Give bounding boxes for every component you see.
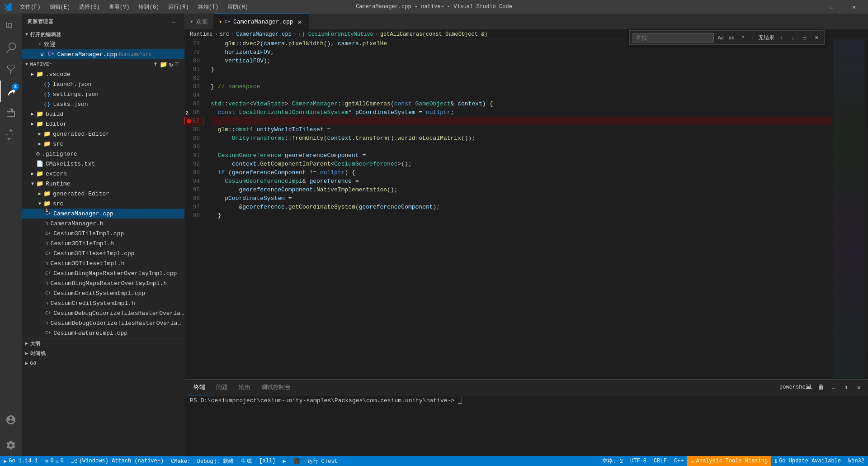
camera-tab-close[interactable]: ✕: [296, 18, 303, 25]
activity-source-control[interactable]: [0, 59, 22, 81]
settings-json[interactable]: {} settings.json: [22, 89, 184, 99]
activity-account[interactable]: [0, 409, 22, 431]
menu-selection[interactable]: 选择(S): [75, 2, 104, 12]
gitignore-file[interactable]: ⚙ .gitignore: [22, 149, 184, 159]
status-line-ending[interactable]: CRLF: [650, 456, 670, 466]
status-git-branch[interactable]: ⎇ (Windows) Attach (native~): [67, 456, 167, 466]
find-widget[interactable]: Aa ab .* › 无结果 ↑ ↓ ☰ ✕: [629, 30, 825, 45]
activity-testing[interactable]: [0, 124, 22, 146]
status-all[interactable]: [all]: [255, 456, 279, 466]
terminal-tab-problems[interactable]: 问题: [211, 380, 233, 395]
camera-manager-close-icon[interactable]: ✕: [38, 50, 46, 58]
close-button[interactable]: ✕: [844, 0, 864, 14]
camera-manager-cpp-file[interactable]: C+ CameraManager.cpp: [22, 209, 184, 219]
terminal-actions[interactable]: powershell ⊞ 🗑 … ⬆ ✕: [790, 382, 864, 393]
vscode-folder[interactable]: ▶ 📁 .vscode: [22, 69, 184, 79]
code-content[interactable]: glm::dvec2(camera.pixelWidth(), camera.p…: [207, 39, 832, 379]
terminal-tab-terminal[interactable]: 终端: [188, 380, 211, 395]
status-run-ctest[interactable]: 运行 CTest: [304, 456, 341, 466]
cesium-debug-h[interactable]: h CesiumDebugColorizeTilesRasterOverlayI…: [22, 318, 184, 328]
sidebar-header-actions[interactable]: …: [169, 17, 179, 27]
breadcrumb-file[interactable]: CameraManager.cpp: [236, 31, 291, 38]
refresh-btn[interactable]: ↻: [169, 61, 173, 68]
cesium-debug-cpp[interactable]: C+ CesiumDebugColorizeTilesRasterOverlay…: [22, 308, 184, 318]
welcome-tab-item[interactable]: ⚡ 欢迎 ✕: [22, 39, 184, 49]
minimize-button[interactable]: —: [798, 0, 819, 14]
open-editors-section[interactable]: ▼ 打开的编辑器: [22, 29, 184, 39]
native-section[interactable]: ▼ NATIVE~ + 📁 ↻ ≡: [22, 59, 184, 69]
camera-manager-tab[interactable]: ● C+ CameraManager.cpp ✕: [214, 14, 309, 29]
menu-terminal[interactable]: 终端(T): [194, 2, 222, 12]
runtime-gen-editor[interactable]: ▶ 📁 generated-Editor: [22, 189, 184, 199]
kill-terminal-icon[interactable]: 🗑: [816, 382, 826, 393]
activity-run-debug[interactable]: 3: [0, 81, 22, 102]
cesium-bing-cpp[interactable]: C+ CesiumBingMapsRasterOverlayImpl.cpp: [22, 268, 184, 278]
breadcrumb-runtime[interactable]: Runtime: [190, 31, 212, 38]
status-language[interactable]: C++: [670, 456, 688, 466]
activity-explorer[interactable]: [0, 15, 22, 37]
activity-settings[interactable]: [0, 434, 22, 456]
status-spaces[interactable]: 空格: 2: [599, 456, 627, 466]
menu-run[interactable]: 运行(R): [165, 2, 193, 12]
timeline-header[interactable]: ▶ 时间线: [22, 348, 184, 358]
status-analysis-tools[interactable]: ⚠ Analysis Tools Missing: [687, 456, 771, 466]
outline-header[interactable]: ▶ 大纲: [22, 338, 184, 348]
terminal-more-icon[interactable]: …: [828, 382, 839, 393]
breadcrumb-function[interactable]: getAllCameras(const GameObject &): [380, 31, 488, 38]
status-win32[interactable]: Win32: [844, 456, 868, 466]
editor-folder[interactable]: ▶ 📁 Editor: [22, 119, 184, 129]
menu-edit[interactable]: 编辑(E): [46, 2, 74, 12]
breadcrumb-namespace[interactable]: {} CesiumForUnityNative: [298, 31, 373, 38]
build-folder[interactable]: ▶ 📁 build: [22, 109, 184, 119]
runtime-src-folder[interactable]: ▼ 📁 src: [22, 199, 184, 209]
camera-manager-tab-item[interactable]: ✕ C+ CameraManager.cpp Runtime\src: [22, 49, 184, 59]
terminal-tab-output[interactable]: 输出: [233, 380, 256, 395]
new-file-btn[interactable]: +: [154, 61, 158, 68]
maximize-panel-icon[interactable]: ⬆: [841, 382, 852, 393]
extern-folder[interactable]: ▶ 📁 extern: [22, 169, 184, 179]
close-panel-icon[interactable]: ✕: [854, 382, 864, 393]
split-terminal-icon[interactable]: ⊞: [803, 382, 814, 393]
menu-goto[interactable]: 转到(G): [135, 2, 163, 12]
status-errors[interactable]: ⊗ 0 ⚠ 0: [42, 456, 67, 466]
titlebar-controls[interactable]: — ☐ ✕: [798, 0, 864, 14]
menu-file[interactable]: 文件(F): [16, 2, 44, 12]
status-go-update[interactable]: ℹ Go Update Available: [771, 456, 844, 466]
find-regex[interactable]: .*: [737, 33, 747, 43]
editor-src-folder[interactable]: ▶ 📁 src: [22, 139, 184, 149]
activity-search[interactable]: [0, 37, 22, 59]
launch-json[interactable]: {} launch.json: [22, 79, 184, 89]
cesium-credit-h[interactable]: h CesiumCreditSystemImpl.h: [22, 298, 184, 308]
collapse-btn[interactable]: ≡: [175, 61, 179, 68]
status-cmake[interactable]: CMake: [Debug]: 就绪: [167, 456, 237, 466]
activity-extensions[interactable]: [0, 102, 22, 124]
terminal-content[interactable]: PS D:\cesiumproject\cesium-unity-samples…: [184, 395, 868, 456]
cmake-file[interactable]: 📄 CMakeLists.txt: [22, 159, 184, 169]
go-header[interactable]: ▶ GO: [22, 358, 184, 368]
find-close[interactable]: ✕: [811, 33, 821, 43]
find-match-case[interactable]: Aa: [716, 33, 726, 43]
find-toggle-replace[interactable]: ☰: [800, 33, 810, 43]
cesium-feature-cpp[interactable]: C+ CesiumFeatureImpl.cpp: [22, 328, 184, 338]
status-go-version[interactable]: ▶ Go 1.14.1: [0, 456, 42, 466]
welcome-tab[interactable]: ⚡ 欢迎: [184, 14, 214, 29]
generated-editor-subfolder[interactable]: ▶ 📁 generated-Editor: [22, 129, 184, 139]
find-whole-word[interactable]: ab: [726, 33, 736, 43]
find-prev[interactable]: ↑: [776, 33, 786, 43]
cesium3d-tile-impl-h[interactable]: h Cesium3DTileImpl.h: [22, 238, 184, 248]
terminal-tab-debug-console[interactable]: 调试控制台: [256, 380, 296, 395]
find-input[interactable]: [632, 33, 714, 43]
cesium-credit-cpp[interactable]: C+ CesiumCreditSystemImpl.cpp: [22, 288, 184, 298]
new-folder-btn[interactable]: 📁: [160, 61, 168, 68]
camera-manager-h-file[interactable]: h CameraManager.h: [22, 219, 184, 228]
menu-help[interactable]: 帮助(H): [224, 2, 252, 12]
status-debug-btn[interactable]: ⬛: [290, 456, 304, 466]
status-encoding[interactable]: UTF-8: [627, 456, 650, 466]
status-build[interactable]: 生成: [237, 456, 255, 466]
cesium-bing-h[interactable]: h CesiumBingMapsRasterOverlayImpl.h: [22, 278, 184, 288]
cesium3d-tile-impl-cpp[interactable]: C+ Cesium3DTileImpl.cpp: [22, 228, 184, 238]
find-next[interactable]: ↓: [788, 33, 798, 43]
code-editor[interactable]: 78 79 80 81 82 83 84 85 286 87 88 89 90 …: [184, 39, 868, 379]
runtime-folder[interactable]: ▼ 📁 Runtime: [22, 179, 184, 189]
tasks-json[interactable]: {} tasks.json: [22, 99, 184, 109]
